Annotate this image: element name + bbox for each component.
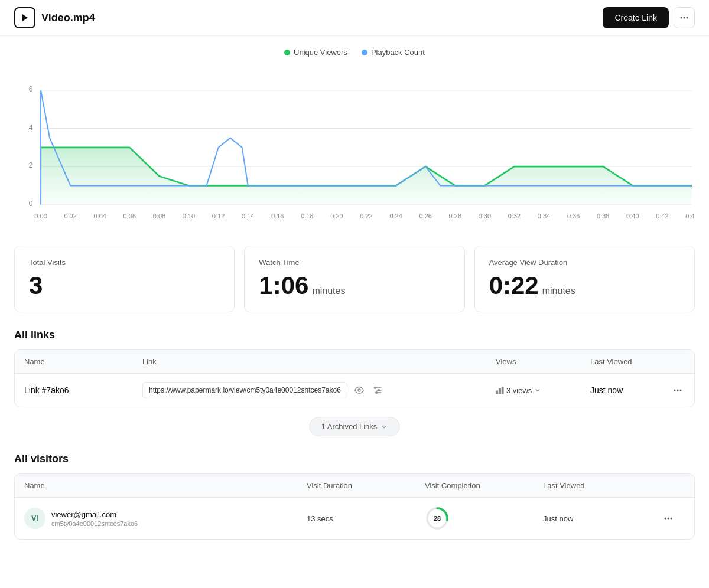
avg-view-value: 0:22 minutes	[489, 272, 680, 300]
all-visitors-title: All visitors	[14, 453, 695, 465]
all-links-section: All links Name Link Views Last Viewed Li…	[14, 329, 695, 436]
svg-point-2	[684, 17, 685, 19]
total-visits-card: Total Visits 3	[14, 246, 235, 312]
visitor-id: cm5ty0a4e00012sntces7ako6	[51, 520, 138, 527]
col-last-viewed: Last Viewed	[590, 357, 685, 366]
unique-viewers-dot	[284, 50, 290, 55]
svg-text:0:10: 0:10	[183, 213, 195, 220]
total-visits-value: 3	[29, 272, 220, 300]
svg-text:0:44: 0:44	[685, 213, 695, 220]
svg-text:4: 4	[29, 123, 33, 131]
visitor-last-viewed: Just now	[543, 514, 661, 523]
svg-point-3	[687, 17, 688, 19]
avg-view-label: Average View Duration	[489, 258, 680, 267]
col-views: Views	[496, 357, 590, 366]
svg-point-52	[671, 518, 672, 520]
svg-text:0:36: 0:36	[567, 213, 580, 220]
svg-text:0: 0	[29, 200, 33, 208]
watch-time-unit: minutes	[312, 286, 345, 296]
views-count: 3 views	[506, 386, 532, 395]
svg-marker-0	[22, 14, 28, 21]
eye-icon	[354, 386, 364, 395]
ellipsis-icon	[679, 13, 689, 22]
svg-text:0:24: 0:24	[389, 213, 402, 220]
svg-text:0:08: 0:08	[153, 213, 165, 220]
visitors-table: Name Visit Duration Visit Completion Las…	[14, 473, 695, 540]
create-link-button[interactable]: Create Link	[603, 7, 669, 28]
svg-text:0:06: 0:06	[123, 213, 136, 220]
svg-text:0:30: 0:30	[479, 213, 491, 220]
avg-view-unit: minutes	[542, 286, 575, 296]
svg-text:0:14: 0:14	[242, 213, 255, 220]
archived-links-button[interactable]: 1 Archived Links	[309, 417, 401, 436]
playback-count-dot	[362, 50, 367, 55]
page-title: Video.mp4	[41, 12, 95, 24]
svg-point-51	[668, 518, 669, 520]
svg-text:0:16: 0:16	[271, 213, 284, 220]
watch-time-value: 1:06 minutes	[259, 272, 450, 300]
vcol-duration: Visit Duration	[307, 481, 425, 490]
visitors-table-header: Name Visit Duration Visit Completion Las…	[15, 474, 694, 498]
svg-point-50	[665, 518, 666, 520]
svg-text:0:26: 0:26	[419, 213, 431, 220]
svg-text:2: 2	[29, 161, 33, 169]
svg-text:0:38: 0:38	[597, 213, 609, 220]
legend-unique-viewers: Unique Viewers	[284, 48, 347, 57]
svg-text:0:42: 0:42	[656, 213, 668, 220]
visitor-info: viewer@gmail.com cm5ty0a4e00012sntces7ak…	[51, 510, 138, 527]
visitor-ellipsis-icon	[664, 514, 673, 523]
last-viewed-value: Just now	[590, 386, 623, 395]
legend-playback-count: Playback Count	[362, 48, 425, 57]
row-more-button[interactable]	[671, 383, 685, 397]
chevron-down-icon	[534, 387, 541, 394]
progress-number: 28	[434, 515, 441, 522]
col-name: Name	[24, 357, 142, 366]
visitors-table-row: VI viewer@gmail.com cm5ty0a4e00012sntces…	[15, 498, 694, 539]
progress-circle-container: 28	[425, 506, 543, 531]
links-table-row: Link #7ako6 https://www.papermark.io/vie…	[15, 374, 694, 407]
svg-point-46	[677, 390, 679, 391]
all-visitors-section: All visitors Name Visit Duration Visit C…	[14, 453, 695, 540]
unique-viewers-label: Unique Viewers	[294, 48, 347, 57]
main-content: Unique Viewers Playback Count 0 2 4	[0, 36, 709, 551]
header: Video.mp4 Create Link	[0, 0, 709, 36]
svg-text:0:12: 0:12	[212, 213, 225, 220]
sliders-icon	[373, 386, 383, 395]
archived-btn-container: 1 Archived Links	[14, 417, 695, 436]
row-ellipsis-icon	[673, 386, 682, 395]
watch-time-label: Watch Time	[259, 258, 450, 267]
svg-text:0:34: 0:34	[538, 213, 551, 220]
view-link-button[interactable]	[352, 383, 366, 397]
watch-time-card: Watch Time 1:06 minutes	[244, 246, 464, 312]
svg-text:0:00: 0:00	[34, 213, 47, 220]
settings-link-button[interactable]	[371, 383, 385, 397]
svg-text:0:02: 0:02	[64, 213, 76, 220]
header-right: Create Link	[603, 7, 695, 28]
svg-text:6: 6	[29, 85, 33, 93]
avatar: VI	[24, 508, 45, 529]
link-url[interactable]: https://www.papermark.io/view/cm5ty0a4e0…	[142, 382, 347, 398]
more-options-button[interactable]	[674, 7, 695, 28]
archived-links-label: 1 Archived Links	[321, 422, 378, 431]
vcol-name: Name	[24, 481, 307, 490]
progress-circle: 28	[425, 506, 450, 531]
visitor-name-cell: VI viewer@gmail.com cm5ty0a4e00012sntces…	[24, 508, 307, 529]
visit-duration: 13 secs	[307, 514, 425, 523]
avg-view-card: Average View Duration 0:22 minutes	[474, 246, 695, 312]
chart-legend: Unique Viewers Playback Count	[14, 48, 695, 57]
svg-rect-43	[499, 389, 500, 394]
total-visits-label: Total Visits	[29, 258, 220, 267]
svg-point-47	[680, 390, 682, 391]
vcol-completion: Visit Completion	[425, 481, 543, 490]
chevron-down-icon	[380, 423, 388, 430]
views-cell: 3 views	[496, 386, 590, 395]
vcol-actions	[661, 481, 685, 490]
chart-section: Unique Viewers Playback Count 0 2 4	[14, 48, 695, 231]
svg-point-45	[674, 390, 676, 391]
svg-point-40	[378, 390, 380, 391]
visitor-email: viewer@gmail.com	[51, 510, 138, 519]
links-table: Name Link Views Last Viewed Link #7ako6 …	[14, 349, 695, 407]
svg-text:0:28: 0:28	[449, 213, 461, 220]
visitor-more-button[interactable]	[661, 511, 685, 525]
svg-text:0:32: 0:32	[508, 213, 521, 220]
